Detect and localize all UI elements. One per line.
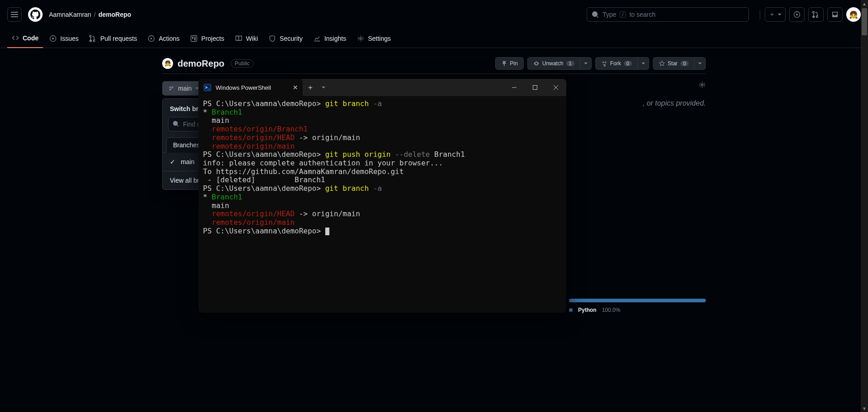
current-branch-label: main: [178, 85, 192, 92]
svg-point-8: [360, 38, 362, 39]
svg-rect-12: [533, 86, 537, 90]
gear-icon: [357, 35, 364, 42]
language-pct: 100.0%: [602, 307, 621, 313]
scroll-thumb[interactable]: [862, 8, 867, 35]
tab-projects[interactable]: Projects: [186, 29, 229, 48]
scroll-up-button[interactable]: ▲: [861, 0, 868, 7]
record-icon: [793, 11, 800, 18]
repo-header: 👧 demoRepo Public Pin Unwatch 1 Fork 0: [151, 48, 717, 70]
tab-issues-label: Issues: [60, 35, 78, 42]
github-logo[interactable]: [28, 7, 43, 22]
gear-icon: [699, 81, 706, 88]
fork-dropdown[interactable]: [638, 57, 649, 70]
close-window-button[interactable]: [545, 79, 566, 96]
notifications-button[interactable]: [827, 7, 843, 22]
graph-icon: [313, 35, 321, 42]
svg-rect-7: [194, 37, 196, 40]
terminal-cursor: [325, 228, 329, 235]
maximize-button[interactable]: [525, 79, 545, 96]
issues-global-button[interactable]: [789, 7, 805, 22]
menu-button[interactable]: [7, 7, 22, 22]
language-name[interactable]: Python: [578, 307, 597, 313]
tab-settings[interactable]: Settings: [352, 29, 395, 48]
svg-point-1: [796, 14, 798, 15]
project-icon: [190, 35, 198, 42]
new-tab-button[interactable]: ＋: [303, 79, 318, 96]
eye-icon: [533, 60, 540, 67]
terminal-window: >_ Windows PowerShell ✕ ＋ PS C:\Users\aa…: [198, 79, 566, 313]
close-tab-button[interactable]: ✕: [293, 84, 298, 91]
terminal-tab[interactable]: >_ Windows PowerShell ✕: [198, 79, 303, 96]
tab-code-label: Code: [23, 34, 39, 42]
breadcrumb-separator: /: [94, 11, 96, 18]
tab-issues[interactable]: Issues: [45, 29, 83, 48]
check-icon: ✓: [170, 158, 176, 165]
search-icon: [592, 11, 599, 18]
inbox-icon: [831, 11, 839, 18]
git-pull-request-icon: [89, 35, 96, 42]
watch-count: 1: [566, 61, 574, 66]
watch-dropdown[interactable]: [580, 57, 592, 70]
minimize-button[interactable]: [504, 79, 525, 96]
branch-item-label: main: [181, 158, 194, 165]
tab-wiki-label: Wiki: [246, 35, 258, 42]
pull-requests-global-button[interactable]: [808, 7, 824, 22]
tab-security[interactable]: Security: [264, 29, 307, 48]
git-pull-request-icon: [812, 11, 820, 18]
svg-rect-5: [191, 35, 197, 41]
book-icon: [235, 35, 242, 42]
plus-icon: ＋: [769, 10, 775, 19]
language-bar: [569, 299, 706, 302]
pin-button[interactable]: Pin: [495, 57, 524, 70]
search-kbd: /: [620, 11, 626, 18]
tab-actions[interactable]: Actions: [143, 29, 184, 48]
repo-link[interactable]: demoRepo: [98, 11, 131, 18]
visibility-badge: Public: [231, 59, 254, 68]
search-hint: to search: [629, 11, 656, 18]
search-input[interactable]: Type / to search: [587, 7, 749, 22]
tab-pull-requests[interactable]: Pull requests: [85, 29, 141, 48]
fork-label: Fork: [610, 60, 621, 67]
pin-label: Pin: [510, 60, 518, 67]
about-settings-button[interactable]: [699, 81, 706, 88]
pin-icon: [501, 60, 507, 67]
search-placeholder: Type: [603, 11, 616, 18]
shield-icon: [269, 35, 276, 42]
scroll-down-button[interactable]: ▼: [861, 405, 868, 412]
tab-projects-label: Projects: [201, 35, 224, 42]
svg-point-10: [701, 84, 703, 86]
star-dropdown[interactable]: [694, 57, 706, 70]
repo-title: demoRepo: [178, 58, 224, 69]
about-text-partial: , or topics provided.: [642, 99, 706, 107]
repo-nav: Code Issues Pull requests Actions Projec…: [0, 29, 868, 48]
tab-insights-label: Insights: [324, 35, 346, 42]
tab-code[interactable]: Code: [7, 29, 43, 48]
fork-icon: [601, 60, 608, 67]
tab-dropdown-button[interactable]: [318, 87, 329, 88]
terminal-body[interactable]: PS C:\Users\aamna\demoRepo> git branch -…: [198, 96, 566, 239]
svg-point-3: [52, 38, 54, 39]
owner-avatar[interactable]: 👧: [162, 58, 173, 69]
tab-pull-label: Pull requests: [100, 35, 137, 42]
watch-label: Unwatch: [542, 60, 564, 67]
tab-insights[interactable]: Insights: [309, 29, 351, 48]
star-button[interactable]: Star 0: [653, 57, 694, 70]
tab-wiki[interactable]: Wiki: [231, 29, 262, 48]
create-new-button[interactable]: ＋: [765, 7, 786, 22]
tab-security-label: Security: [280, 35, 303, 42]
issue-icon: [49, 35, 57, 42]
language-dot: [569, 308, 573, 312]
play-icon: [148, 35, 155, 42]
fork-count: 0: [624, 61, 632, 66]
page-scrollbar[interactable]: ▲ ▼: [861, 0, 868, 412]
user-avatar[interactable]: 👧: [846, 7, 861, 22]
fork-button[interactable]: Fork 0: [595, 57, 638, 70]
languages-section: Python 100.0%: [569, 299, 706, 313]
star-icon: [659, 60, 665, 67]
star-count: 0: [680, 61, 689, 66]
terminal-titlebar[interactable]: >_ Windows PowerShell ✕ ＋: [198, 79, 566, 96]
watch-button[interactable]: Unwatch 1: [527, 57, 580, 70]
star-label: Star: [668, 60, 678, 67]
owner-link[interactable]: AamnaKamran: [49, 11, 91, 18]
global-header: AamnaKamran / demoRepo Type / to search …: [0, 0, 868, 29]
